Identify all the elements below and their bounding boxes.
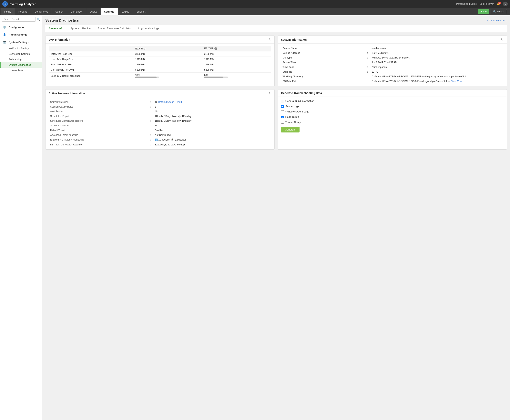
troubleshoot-card: Generate Troubleshooting Data General Bu… <box>278 89 507 150</box>
features-value: ▦10 devices, 🐧 12 devices <box>153 137 271 142</box>
system-info-refresh-button[interactable]: ↻ <box>501 38 503 41</box>
sysinfo-label: Time Zone <box>281 65 366 69</box>
jvm-refresh-button[interactable]: ↻ <box>269 38 271 41</box>
checkbox-row-general-build: General Build Information <box>281 99 504 102</box>
sidebar-search-container: 🔍 <box>0 15 42 23</box>
checkbox-server-logs[interactable] <box>281 105 284 108</box>
sysinfo-row: OS Type : Windows Server 2012 R2 64 bit … <box>281 55 504 60</box>
nav-tab-home[interactable]: Home <box>1 8 15 15</box>
gear-icon: ⚙️ <box>2 25 7 29</box>
sidebar-sub-connection-settings[interactable]: Connection Settings <box>0 51 42 57</box>
features-row: Default Threat : Enabled <box>49 128 271 133</box>
sidebar-sub-system-diagnostics[interactable]: System Diagnostics <box>0 62 42 68</box>
sysinfo-value: D:\Product\ELA-SYS-DIA-REVAMP-12250-21\E… <box>370 74 503 79</box>
jvm-row-label: Total JVM Heap Size <box>49 52 133 57</box>
sidebar-item-system-settings[interactable]: 🖥️ System Settings <box>0 38 42 46</box>
features-colon: : <box>149 105 153 109</box>
sysinfo-label: OS Type <box>281 55 366 60</box>
nav-tab-logme[interactable]: LogMe <box>118 8 133 15</box>
active-features-card-body: Correlation Rules : 10 Detailed Usage Re… <box>45 97 274 149</box>
nav-search-button[interactable]: 🔍 Search <box>491 9 507 14</box>
troubleshoot-body: General Build Information Server Logs Wi… <box>278 97 507 135</box>
log-receiver-link[interactable]: Log Receiver <box>480 3 494 5</box>
personalized-demo-link[interactable]: Personalized Demo <box>456 3 477 5</box>
checkbox-thread-dump[interactable] <box>281 121 284 124</box>
nav-right: + Add 🔍 Search <box>478 9 509 14</box>
sysinfo-label: Server Time <box>281 60 366 65</box>
sysinfo-row: ES Data Path : D:\Product\ELA-SYS-DIA-RE… <box>281 79 504 84</box>
jvm-row-es: 5298 MB <box>202 67 271 73</box>
add-button[interactable]: + Add <box>478 9 489 14</box>
checkbox-label-general-build: General Build Information <box>285 99 314 102</box>
features-label: Alert Profiles <box>49 109 149 114</box>
features-label: Advanced Threat Analytics <box>49 133 149 137</box>
sysinfo-row: Build No : 12773 <box>281 69 504 74</box>
sidebar-item-configuration[interactable]: ⚙️ Configuration <box>0 23 42 31</box>
sysinfo-value: Jun 8 2019 02:44:57 AM <box>370 60 503 65</box>
nav-tab-search[interactable]: Search <box>52 8 67 15</box>
sidebar-section-label: Configuration <box>9 26 25 29</box>
system-info-card-title: System Information <box>281 38 307 41</box>
search-report-input[interactable] <box>2 17 36 22</box>
jvm-table-row: Used JVM Heap Size 1919 MB 1919 MB <box>49 57 271 62</box>
features-label: Scheduled Reports <box>49 114 149 119</box>
sysinfo-colon: : <box>366 65 370 69</box>
jvm-row-ela: 3135 MB <box>133 52 202 57</box>
features-value: 1Hourly, 3Daily, 1Weekly, 1Monthly <box>153 114 271 119</box>
checkbox-label-server-logs: Server Logs <box>285 105 299 108</box>
tab-system-resources-calculator[interactable]: System Resources Calculator <box>94 25 135 32</box>
active-features-card-header: Active Features Information ↻ <box>45 90 274 97</box>
active-features-refresh-button[interactable]: ↻ <box>269 91 271 95</box>
checkbox-windows-agent-logs[interactable] <box>281 110 284 113</box>
jvm-row-ela: 90% <box>133 73 202 80</box>
es-info-icon[interactable]: i <box>214 47 217 50</box>
features-value: 1Hourly, 2Daily, 4Weekly, 1Monthly <box>153 119 271 123</box>
nav-tab-correlation[interactable]: Correlation <box>67 8 87 15</box>
features-value: 32/32 days, 90 days, 90 days <box>153 142 271 147</box>
sysinfo-row: Device Address : 192.168.102.222 <box>281 51 504 55</box>
detailed-usage-report-link[interactable]: Detailed Usage Report <box>158 101 182 104</box>
avatar[interactable]: U <box>503 1 508 6</box>
view-more-link[interactable]: View More <box>451 80 462 83</box>
sysinfo-value: 192.168.102.222 <box>370 51 503 55</box>
linux-icon: 🐧 <box>171 138 174 141</box>
jvm-col-ela: ELA JVM <box>133 46 202 52</box>
sysinfo-value: 12773 <box>370 69 503 74</box>
checkbox-row-heap-dump: Heap Dump <box>281 115 504 118</box>
jvm-table-row: Total JVM Heap Size 3135 MB 3135 MB <box>49 52 271 57</box>
nav-tab-alerts[interactable]: Alerts <box>87 8 101 15</box>
features-label: DB, Alert, Correlation Retention <box>49 142 149 147</box>
nav-tab-support[interactable]: Support <box>133 8 149 15</box>
features-colon: : <box>149 123 153 128</box>
checkbox-general-build[interactable] <box>281 100 284 102</box>
sysinfo-row: Time Zone : Asia/Singapore <box>281 65 504 69</box>
person-gear-icon: 👤 <box>2 32 7 37</box>
sysinfo-colon: : <box>366 51 370 55</box>
sysinfo-value: Asia/Singapore <box>370 65 503 69</box>
tab-log-level-settings[interactable]: Log-Level settings <box>135 25 163 32</box>
database-access-link[interactable]: ↗ Database Access <box>486 19 507 22</box>
sysinfo-label: Device Name <box>281 46 366 51</box>
tab-system-info[interactable]: System Info <box>45 25 67 32</box>
sysinfo-row: Device Name : ela-demo-win <box>281 46 504 51</box>
jvm-row-label: Used JVM Heap Size <box>49 57 133 62</box>
sidebar-sub-re-branding[interactable]: Re-branding <box>0 57 42 62</box>
features-value: Not Configured <box>153 133 271 137</box>
checkbox-heap-dump[interactable] <box>281 116 284 118</box>
jvm-col-es: ES JVM i <box>202 46 271 52</box>
nav-bar: Home Reports Compliance Search Correlati… <box>0 8 510 15</box>
sysinfo-value: ela-demo-win <box>370 46 503 51</box>
features-table: Correlation Rules : 10 Detailed Usage Re… <box>49 100 271 147</box>
notification-bell[interactable]: 🔔 2 <box>497 3 500 5</box>
generate-button[interactable]: Generate <box>281 127 300 133</box>
nav-tab-settings[interactable]: Settings <box>101 8 118 15</box>
sidebar-sub-notification-settings[interactable]: Notification Settings <box>0 46 42 51</box>
nav-tab-compliance[interactable]: Compliance <box>31 8 52 15</box>
tab-system-utilization[interactable]: System Utilization <box>67 25 94 32</box>
nav-tab-reports[interactable]: Reports <box>15 8 31 15</box>
top-right-controls: Personalized Demo Log Receiver 🔔 2 U <box>456 1 508 6</box>
jvm-row-ela: 1216 MB <box>133 62 202 67</box>
sidebar-item-admin-settings[interactable]: 👤 Admin Settings <box>0 31 42 38</box>
notification-badge: 2 <box>498 2 501 5</box>
sidebar-sub-listener-ports[interactable]: Listener Ports <box>0 68 42 73</box>
